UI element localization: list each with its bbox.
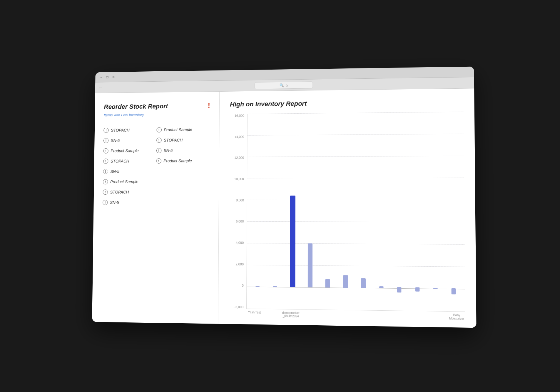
items-grid: ! STOPACH ! SN-5 ! Product Sample ! STOP… — [103, 124, 210, 208]
item-name: Product Sample — [110, 179, 138, 184]
warning-icon: ! — [156, 127, 162, 132]
list-item: ! Product Sample — [156, 155, 210, 166]
y-label: 12,000 — [234, 156, 244, 159]
item-name: STOPACH — [163, 138, 182, 142]
x-label — [356, 312, 372, 319]
bar-neg — [415, 288, 419, 291]
x-label — [319, 312, 336, 318]
bar-group-neg — [445, 289, 462, 294]
item-name: STOPACH — [111, 128, 130, 132]
bar — [343, 275, 348, 287]
chart-container: 16,000 14,000 12,000 10,000 8,000 6,000 … — [229, 112, 465, 320]
list-item: ! SN-5 — [103, 197, 156, 207]
warning-icon: ! — [156, 148, 161, 153]
bar-neg — [397, 288, 401, 292]
item-name: SN-5 — [110, 200, 119, 205]
y-label: −2,000 — [233, 305, 243, 309]
bar-group-neg — [409, 288, 425, 291]
bar — [361, 278, 365, 288]
address-bar: 🔍 ⌂ — [254, 81, 312, 89]
warning-icon: ! — [156, 158, 161, 164]
list-item: ! SN-5 — [156, 145, 210, 156]
y-label: 10,000 — [234, 177, 244, 181]
y-label: 8,000 — [236, 198, 244, 202]
item-name: Product Sample — [164, 127, 192, 132]
y-axis: 16,000 14,000 12,000 10,000 8,000 6,000 … — [229, 114, 247, 309]
search-icon: 🔍 — [279, 83, 284, 87]
y-label: 16,000 — [234, 114, 244, 117]
list-item: ! STOPACH — [103, 156, 156, 166]
bar-neg-spacer — [285, 287, 300, 287]
bar-group — [320, 279, 335, 287]
bar-neg-spacer — [250, 286, 265, 287]
warning-icon: ! — [103, 138, 108, 143]
warning-icon: ! — [103, 179, 108, 184]
window-controls: − □ ✕ — [99, 75, 115, 79]
bar-group — [337, 275, 353, 287]
bar-group — [355, 278, 371, 288]
warning-icon: ! — [103, 169, 108, 174]
x-label — [301, 311, 317, 318]
chart-plot — [246, 112, 465, 312]
bar-group-neg — [391, 288, 407, 292]
list-item: ! STOPACH — [103, 187, 156, 197]
x-label — [337, 312, 354, 319]
y-label: 6,000 — [236, 219, 244, 223]
x-label: Yash Test — [246, 310, 262, 317]
bar-group — [302, 243, 318, 287]
list-item: ! SN-5 — [103, 166, 156, 176]
item-name: STOPACH — [110, 159, 129, 163]
bar-neg-spacer — [355, 287, 371, 288]
chart-area: 16,000 14,000 12,000 10,000 8,000 6,000 … — [229, 112, 465, 312]
chart-title: High on Inventory Report — [230, 98, 463, 108]
bar-neg-spacer — [427, 288, 444, 289]
warning-icon: ! — [103, 148, 108, 153]
content-area: Reorder Stock Report ! Items with Low In… — [92, 88, 476, 328]
warning-icon: ! — [103, 200, 108, 205]
minimize-button[interactable]: − — [99, 75, 103, 79]
y-label: 4,000 — [235, 241, 243, 244]
x-label: BabyMoisturizer — [448, 313, 465, 320]
maximize-button[interactable]: □ — [105, 75, 109, 79]
bar-neg-spacer — [302, 287, 318, 287]
close-button[interactable]: ✕ — [111, 75, 115, 79]
items-column-1: ! STOPACH ! SN-5 ! Product Sample ! STOP… — [103, 125, 156, 208]
bar — [290, 195, 295, 287]
bar — [307, 243, 312, 287]
y-label: 0 — [242, 284, 243, 287]
list-item: ! Product Sample — [156, 124, 210, 135]
item-name: STOPACH — [110, 190, 129, 194]
alert-icon: ! — [208, 102, 210, 109]
list-item: ! Product Sample — [103, 145, 156, 156]
list-item: ! STOPACH — [103, 125, 156, 135]
left-panel: Reorder Stock Report ! Items with Low In… — [92, 92, 220, 324]
report-title: Reorder Stock Report — [104, 102, 168, 111]
y-label: 14,000 — [234, 135, 244, 138]
list-item: ! STOPACH — [156, 134, 210, 145]
x-label: demoproduct_08Oct2024 — [282, 311, 299, 318]
bar-neg-spacer — [337, 287, 353, 288]
item-name: SN-5 — [163, 148, 173, 153]
list-item: ! Product Sample — [103, 176, 156, 187]
right-panel: High on Inventory Report 16,000 14,000 1… — [218, 88, 476, 328]
back-icon[interactable]: ← — [98, 85, 102, 90]
x-label — [264, 311, 280, 317]
bar-neg-spacer — [373, 288, 389, 288]
list-item: ! SN-5 — [103, 135, 156, 146]
report-header: Reorder Stock Report ! — [104, 102, 210, 110]
bar — [325, 279, 330, 287]
x-label — [429, 313, 446, 320]
item-name: SN-5 — [110, 169, 119, 174]
home-icon: ⌂ — [285, 83, 287, 87]
x-label — [374, 312, 391, 319]
bar-neg-spacer — [267, 287, 283, 287]
report-subtitle: Items with Low Inventory — [103, 112, 210, 117]
application-window: − □ ✕ ← 🔍 ⌂ Reorder Stock Report ! Items… — [92, 66, 476, 328]
negative-bars-container — [247, 286, 465, 311]
bar — [379, 286, 383, 288]
x-axis: Yash Test demoproduct_08Oct2024 BabyMois… — [229, 310, 465, 320]
bar-group — [285, 195, 300, 287]
y-label: 2,000 — [235, 262, 243, 266]
item-name: Product Sample — [111, 148, 139, 153]
items-column-2: ! Product Sample ! STOPACH ! SN-5 ! Prod… — [156, 124, 210, 208]
